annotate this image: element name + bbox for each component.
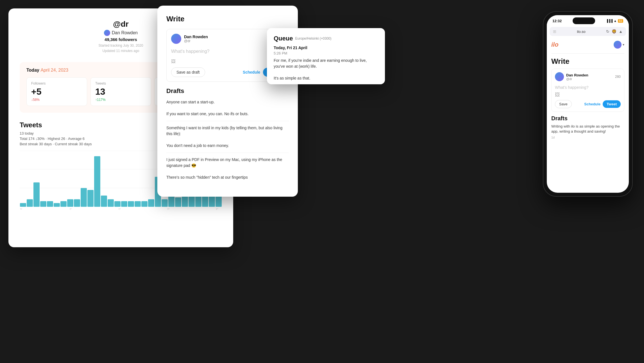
svg-rect-7 xyxy=(40,201,46,207)
svg-rect-16 xyxy=(101,196,107,207)
wifi-icon: ▲ xyxy=(614,19,617,22)
dropdown-chevron-icon[interactable]: ▾ xyxy=(623,43,624,47)
phone-compose-box[interactable]: Dan Rowden @dr 280 What's happening? 🖼 S… xyxy=(551,69,624,112)
svg-rect-27 xyxy=(175,198,181,207)
today-date: April 24, 2023 xyxy=(40,68,68,72)
svg-rect-9 xyxy=(54,203,60,207)
draft-item-2[interactable]: Something I want to instil in my kids (b… xyxy=(166,125,289,153)
svg-rect-10 xyxy=(60,201,67,207)
svg-rect-6 xyxy=(33,183,40,207)
queue-text: For me, if you're indie and are earning … xyxy=(274,58,378,81)
queue-card: Queue Europe/Helsinki (+0300) Today, Fri… xyxy=(267,28,385,84)
schedule-button[interactable]: Schedule xyxy=(243,70,260,74)
tweets-change: ↑117% xyxy=(95,98,146,102)
svg-rect-17 xyxy=(108,199,114,207)
svg-rect-22 xyxy=(141,201,148,207)
tab-icon: ⊞ xyxy=(553,29,556,34)
phone-draft-meta: 1d xyxy=(551,136,624,139)
phone-statusbar: 12:32 ▐▐▐ ▲ 61 xyxy=(547,15,629,25)
svg-rect-14 xyxy=(87,190,94,207)
phone-composer-handle: @dr xyxy=(566,77,588,81)
brave-icon: 🦁 xyxy=(612,29,616,34)
phone-compose-input[interactable]: What's happening? xyxy=(555,83,621,92)
svg-rect-4 xyxy=(20,203,26,207)
divider xyxy=(551,53,624,54)
phone-content: ilo ▾ Write Dan Rowden @dr xyxy=(547,38,629,139)
phone-write-title: Write xyxy=(551,57,624,66)
char-count: 280 xyxy=(615,75,621,79)
profile-name: Dan Rowden xyxy=(112,30,138,35)
svg-rect-12 xyxy=(74,199,80,207)
profile-avatar xyxy=(104,30,110,36)
queue-date: Today, Fri 21 April xyxy=(274,46,378,50)
phone-drafts-title: Drafts xyxy=(551,115,624,122)
phone-url: ilo.so xyxy=(577,30,585,34)
phone-draft-item[interactable]: Writing with ilo is as simple as opening… xyxy=(551,124,624,139)
phone-composer-avatar xyxy=(555,72,564,81)
phone-save-button[interactable]: Save xyxy=(555,100,572,108)
ilo-logo: ilo xyxy=(551,41,559,48)
svg-rect-23 xyxy=(148,199,154,207)
user-avatar xyxy=(614,41,622,49)
svg-rect-19 xyxy=(121,201,127,207)
svg-rect-13 xyxy=(81,188,87,207)
draft-item-3[interactable]: I just signed a PDF in Preview on my Mac… xyxy=(166,157,289,184)
queue-header: Queue Europe/Helsinki (+0300) xyxy=(274,35,378,42)
phone-draft-text: Writing with ilo is as simple as opening… xyxy=(551,124,624,134)
svg-rect-29 xyxy=(189,196,195,207)
phone-media-icon: 🖼 xyxy=(555,92,621,98)
phone-time: 12:32 xyxy=(552,19,562,23)
signal-icon: ▐▐▐ xyxy=(606,19,613,22)
svg-rect-5 xyxy=(27,199,33,207)
svg-rect-21 xyxy=(135,201,141,207)
phone-composer-header: Dan Rowden @dr 280 xyxy=(555,72,621,81)
phone-schedule-button[interactable]: Schedule xyxy=(584,102,600,106)
refresh-icon[interactable]: ↻ xyxy=(606,29,609,34)
phone-composer-name: Dan Rowden xyxy=(566,73,588,77)
phone-notch xyxy=(573,17,595,24)
svg-rect-20 xyxy=(128,201,134,207)
draft-item-1[interactable]: Anyone can start a start-up.If you want … xyxy=(166,99,289,121)
phone-tweet-button[interactable]: Tweet xyxy=(603,100,621,108)
queue-timezone: Europe/Helsinki (+0300) xyxy=(295,37,331,40)
stat-tweets: Tweets 13 ↑117% xyxy=(90,77,151,106)
composer-avatar xyxy=(171,34,181,44)
save-draft-button[interactable]: Save as draft xyxy=(171,67,205,77)
phone-screen: 12:32 ▐▐▐ ▲ 61 ⊞ ilo.so ↻ 🦁 ▲ xyxy=(547,15,629,193)
svg-rect-11 xyxy=(67,199,73,207)
queue-title: Queue xyxy=(274,35,293,42)
stat-followers: Followers +5 ↓58% xyxy=(26,77,87,106)
phone-status-icons: ▐▐▐ ▲ 61 xyxy=(606,19,623,23)
phone-browser-bar[interactable]: ⊞ ilo.so ↻ 🦁 ▲ xyxy=(550,27,626,36)
queue-time: 5:26 PM xyxy=(274,51,378,55)
svg-rect-18 xyxy=(114,201,121,207)
user-menu[interactable]: ▾ xyxy=(614,41,624,49)
composer-name: Dan Rowden xyxy=(184,35,208,39)
phone-mockup: 12:32 ▐▐▐ ▲ 61 ⊞ ilo.so ↻ 🦁 ▲ xyxy=(543,11,638,208)
composer-handle: @dr xyxy=(184,39,208,43)
battery-icon: 61 xyxy=(618,19,623,23)
phone-frame: 12:32 ▐▐▐ ▲ 61 ⊞ ilo.so ↻ 🦁 ▲ xyxy=(543,11,633,197)
svg-rect-8 xyxy=(47,201,53,207)
write-title: Write xyxy=(166,15,289,23)
svg-rect-15 xyxy=(94,156,100,207)
menu-icon[interactable]: ▲ xyxy=(619,29,623,34)
svg-rect-25 xyxy=(162,199,168,207)
followers-change: ↓58% xyxy=(31,98,82,102)
drafts-title: Drafts xyxy=(166,87,289,95)
browser-controls: ↻ 🦁 ▲ xyxy=(606,29,623,34)
